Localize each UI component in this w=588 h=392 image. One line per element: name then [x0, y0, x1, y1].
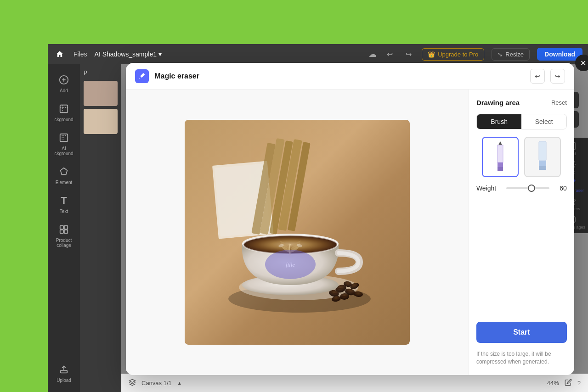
- sidebar-item-add[interactable]: Add: [50, 70, 78, 97]
- add-icon: [57, 73, 70, 86]
- brush-option-1[interactable]: [482, 137, 519, 177]
- edit-icon[interactable]: [565, 379, 572, 387]
- svg-rect-5: [64, 226, 68, 229]
- svg-rect-4: [60, 226, 63, 229]
- svg-rect-46: [539, 161, 546, 166]
- layers-icon: [129, 379, 136, 387]
- brush-options: [476, 137, 567, 177]
- svg-rect-43: [498, 162, 503, 167]
- weight-row: Weight 60: [476, 185, 567, 192]
- home-icon[interactable]: [53, 48, 66, 61]
- ai-background-icon: [57, 131, 70, 144]
- chevron-down-icon: ▾: [158, 50, 162, 58]
- thumbnail-1[interactable]: [84, 81, 118, 106]
- redo-button[interactable]: ↪: [403, 48, 414, 61]
- upload-icon: [57, 363, 70, 376]
- coffee-image-svg: fille: [185, 120, 410, 345]
- resize-icon: ⤡: [498, 51, 503, 58]
- sidebar-item-label: Add: [60, 88, 68, 93]
- sidebar-item-label: ckground: [54, 117, 73, 122]
- brush-button[interactable]: Brush: [477, 114, 522, 129]
- weight-label: Weight: [476, 185, 502, 192]
- sidebar-item-label: AI ckground: [52, 146, 76, 156]
- text-icon: T: [57, 194, 70, 207]
- svg-marker-41: [498, 141, 502, 145]
- left-sidebar: Add ckground AI ckground Element T Text: [48, 64, 80, 392]
- modal-right-panel: Drawing area Reset Brush Select: [469, 90, 574, 375]
- status-bar: Canvas 1/1 ▲ 44% ?: [121, 374, 588, 392]
- panel-header-label: P: [84, 68, 118, 78]
- svg-rect-1: [60, 105, 68, 113]
- drawing-area-header: Drawing area Reset: [476, 99, 567, 106]
- close-icon: ✕: [580, 59, 586, 67]
- modal-redo-button[interactable]: ↪: [550, 69, 565, 84]
- thumbnail-2[interactable]: [84, 109, 118, 134]
- header-bar: Files AI Shadows_sample1 ▾ ☁ ↩ ↪ 👑 Upgra…: [48, 44, 588, 64]
- sidebar-item-product-collage[interactable]: Product collage: [50, 219, 78, 252]
- weight-value: 60: [554, 185, 567, 192]
- sidebar-item-background[interactable]: ckground: [50, 99, 78, 126]
- svg-rect-47: [539, 166, 546, 170]
- coffee-image-container: fille: [185, 120, 410, 345]
- project-name[interactable]: AI Shadows_sample1 ▾: [95, 50, 162, 58]
- brush-select-toggle: Brush Select: [476, 114, 567, 129]
- upgrade-button[interactable]: 👑 Upgrade to Pro: [422, 48, 484, 61]
- sidebar-item-label: Text: [60, 209, 68, 214]
- cloud-save-icon[interactable]: ☁: [368, 49, 377, 59]
- svg-rect-8: [61, 370, 68, 373]
- select-button[interactable]: Select: [521, 114, 566, 129]
- sidebar-item-label: Element: [56, 180, 73, 185]
- magic-eraser-icon: [135, 69, 149, 83]
- modal-header: Magic eraser ↩ ↪: [126, 63, 574, 90]
- svg-rect-42: [498, 145, 503, 162]
- modal-title: Magic eraser: [154, 72, 525, 80]
- sidebar-item-label: Upload: [57, 378, 71, 383]
- reset-button[interactable]: Reset: [551, 99, 567, 106]
- svg-rect-6: [60, 230, 63, 233]
- product-collage-icon: [57, 223, 70, 236]
- sidebar-item-element[interactable]: Element: [50, 162, 78, 189]
- modal-body: fille Drawing area Reset Brush Select: [126, 90, 574, 375]
- drawing-area-title: Drawing area: [476, 99, 520, 106]
- modal-overlay: ✕ Magic eraser ↩ ↪: [121, 64, 588, 374]
- background-icon: [57, 102, 70, 115]
- sidebar-item-ai-background[interactable]: AI ckground: [50, 128, 78, 160]
- modal-close-button[interactable]: ✕: [575, 55, 588, 71]
- help-icon[interactable]: ?: [577, 380, 581, 386]
- sidebar-item-upload[interactable]: Upload: [50, 359, 78, 386]
- canvas-chevron-icon: ▲: [177, 381, 182, 386]
- thumbnails-panel: P: [80, 64, 121, 392]
- zoom-level[interactable]: 44%: [547, 380, 559, 386]
- svg-text:fille: fille: [286, 261, 295, 268]
- canvas-label[interactable]: Canvas 1/1: [141, 380, 172, 386]
- sidebar-item-label: Product collage: [52, 238, 76, 248]
- sidebar-item-text[interactable]: T Text: [50, 190, 78, 218]
- resize-button[interactable]: ⤡ Resize: [492, 48, 530, 61]
- magic-eraser-modal: Magic eraser ↩ ↪: [126, 63, 574, 375]
- svg-rect-44: [498, 167, 503, 171]
- element-icon: [57, 165, 70, 178]
- crown-icon: 👑: [428, 51, 435, 58]
- files-link[interactable]: Files: [74, 50, 87, 58]
- modal-undo-button[interactable]: ↩: [530, 69, 545, 84]
- svg-rect-45: [539, 141, 546, 161]
- svg-marker-3: [61, 168, 68, 175]
- svg-rect-7: [64, 230, 68, 233]
- weight-slider[interactable]: [506, 187, 549, 189]
- modal-image-area: fille: [126, 90, 469, 375]
- brush-option-2[interactable]: [524, 137, 561, 177]
- start-button[interactable]: Start: [476, 322, 567, 343]
- undo-button[interactable]: ↩: [384, 48, 396, 61]
- start-hint: If the size is too large, it will be com…: [476, 350, 567, 366]
